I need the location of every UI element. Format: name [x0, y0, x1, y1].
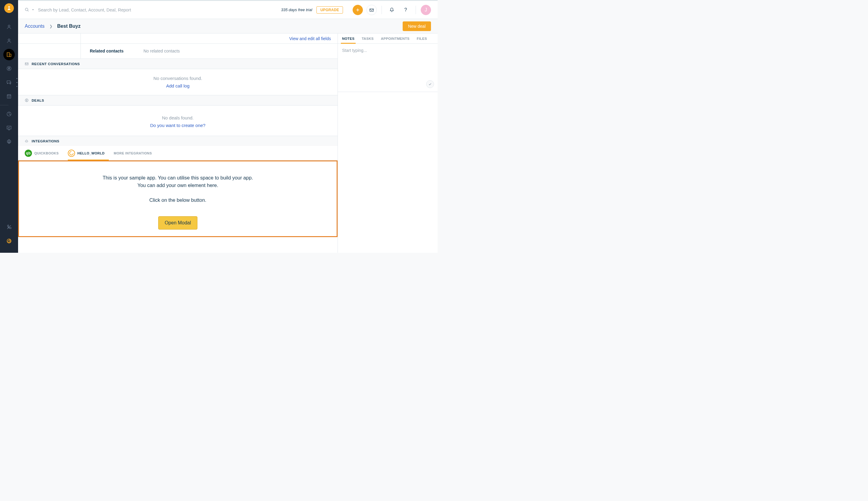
integrations-header[interactable]: INTEGRATIONS: [18, 136, 338, 146]
svg-point-1: [8, 25, 10, 27]
sidebar-accounts[interactable]: [0, 47, 18, 62]
quickbooks-icon: qb: [25, 150, 32, 157]
svg-rect-26: [25, 63, 28, 65]
svg-rect-15: [7, 126, 11, 129]
notifications-button[interactable]: [387, 5, 397, 15]
app-text-line1: This is your sample app. You can utilise…: [26, 174, 330, 182]
dollar-icon: $: [25, 98, 29, 102]
chevron-down-icon: [32, 9, 34, 11]
view-all-fields-link[interactable]: View and edit all fields: [289, 36, 331, 41]
sidebar-conversations[interactable]: •••: [0, 75, 18, 89]
user-avatar[interactable]: J: [421, 5, 431, 15]
tab-files[interactable]: FILES: [417, 33, 427, 43]
app-text-line3: Click on the below button.: [26, 196, 330, 204]
svg-rect-4: [10, 54, 11, 56]
tab-tasks[interactable]: TASKS: [362, 33, 374, 43]
left-sidebar: ••• 23: [0, 0, 18, 253]
new-deal-button[interactable]: New deal: [403, 21, 431, 31]
help-button[interactable]: ?: [400, 5, 411, 15]
conversations-header[interactable]: RECENT CONVERSATIONS: [18, 59, 338, 69]
global-search[interactable]: Search by Lead, Contact, Account, Deal, …: [25, 8, 281, 12]
building-icon: [6, 52, 12, 57]
gear-icon: [6, 139, 12, 145]
person-icon: [6, 38, 12, 43]
hello-world-icon: [68, 150, 75, 157]
more-dots-icon: •••: [16, 77, 18, 88]
sidebar-leads[interactable]: [0, 20, 18, 34]
sidebar-contacts[interactable]: [0, 34, 18, 47]
deals-heading: DEALS: [32, 99, 44, 102]
add-button[interactable]: [353, 5, 363, 15]
notes-submit-button[interactable]: [426, 80, 434, 88]
email-button[interactable]: [366, 5, 377, 15]
right-tabs: NOTES TASKS APPOINTMENTS FILES: [338, 33, 438, 44]
envelope-icon: [369, 8, 374, 12]
dollar-icon: [6, 66, 12, 71]
tab-more-label: MORE INTEGRATIONS: [114, 151, 152, 155]
svg-point-18: [9, 141, 10, 143]
check-icon: [428, 82, 432, 86]
breadcrumb-current: Best Buyz: [57, 23, 80, 29]
app-text-line2: You can add your own element here.: [26, 182, 330, 189]
phone-off-icon: [6, 224, 12, 230]
calendar-icon: 23: [6, 94, 12, 99]
svg-text:$: $: [26, 99, 28, 102]
sidebar-freshworks[interactable]: [0, 234, 18, 248]
search-icon: [25, 8, 29, 12]
deals-body: No deals found. Do you want to create on…: [18, 106, 338, 136]
sidebar-deals[interactable]: [0, 62, 18, 75]
deals-empty: No deals found.: [25, 115, 331, 120]
question-icon: ?: [405, 7, 407, 13]
create-deal-link[interactable]: Do you want to create one?: [25, 123, 331, 128]
related-contacts-value: No related contacts: [141, 44, 182, 58]
chevron-right-icon: ❯: [50, 24, 53, 28]
add-call-log-link[interactable]: Add call log: [25, 83, 331, 88]
search-placeholder: Search by Lead, Contact, Account, Deal, …: [38, 8, 131, 12]
tab-hello-world-label: HELLO_WORLD: [77, 151, 105, 155]
conversations-empty: No conversations found.: [25, 76, 331, 81]
app-logo[interactable]: [0, 0, 18, 16]
svg-line-19: [7, 225, 11, 229]
upgrade-button[interactable]: UPGRADE: [317, 6, 343, 13]
bell-icon: [389, 8, 394, 12]
breadcrumb-parent[interactable]: Accounts: [25, 23, 45, 29]
puzzle-icon: [25, 139, 29, 143]
right-panel: NOTES TASKS APPOINTMENTS FILES Start typ…: [338, 33, 438, 253]
tab-more-integrations[interactable]: MORE INTEGRATIONS: [114, 146, 152, 160]
tab-quickbooks-label: QUICKBOOKS: [34, 151, 59, 155]
sidebar-phone[interactable]: [0, 220, 18, 234]
sidebar-settings[interactable]: [0, 135, 18, 149]
svg-rect-25: [370, 9, 373, 11]
trial-text: 335 days free trial: [281, 8, 312, 12]
tab-hello-world[interactable]: HELLO_WORLD: [68, 146, 105, 160]
sidebar-calendar[interactable]: 23: [0, 89, 18, 103]
top-header: Search by Lead, Contact, Account, Deal, …: [18, 0, 438, 19]
sidebar-dashboard[interactable]: [0, 121, 18, 135]
notes-placeholder: Start typing...: [342, 48, 433, 53]
breadcrumb-row: Accounts ❯ Best Buyz New deal: [18, 19, 438, 33]
svg-point-0: [9, 6, 10, 8]
tab-appointments[interactable]: APPOINTMENTS: [381, 33, 409, 43]
pie-chart-icon: [6, 111, 12, 117]
related-contacts-label: Related contacts: [81, 44, 141, 58]
tab-quickbooks[interactable]: qb QUICKBOOKS: [25, 146, 59, 160]
conversations-body: No conversations found. Add call log: [18, 69, 338, 95]
presentation-icon: [6, 125, 12, 131]
related-contacts-row: Related contacts No related contacts: [18, 44, 338, 59]
svg-point-2: [8, 39, 10, 41]
tab-notes[interactable]: NOTES: [342, 33, 354, 43]
open-modal-button[interactable]: Open Modal: [158, 216, 197, 230]
svg-text:23: 23: [8, 96, 10, 98]
breadcrumb: Accounts ❯ Best Buyz: [25, 23, 80, 29]
svg-line-22: [28, 10, 28, 11]
svg-point-21: [25, 8, 28, 11]
conversations-heading: RECENT CONVERSATIONS: [32, 62, 80, 66]
app-placeholder: This is your sample app. You can utilise…: [18, 160, 338, 237]
header-divider: [416, 6, 416, 14]
sidebar-reports[interactable]: [0, 107, 18, 121]
notes-input-area[interactable]: Start typing...: [338, 44, 438, 92]
deals-header[interactable]: $ DEALS: [18, 95, 338, 106]
avatar-initial: J: [425, 7, 427, 13]
person-outline-icon: [6, 24, 12, 30]
integration-tabs: qb QUICKBOOKS HELLO_WORLD MORE INTEGRATI…: [18, 146, 338, 160]
